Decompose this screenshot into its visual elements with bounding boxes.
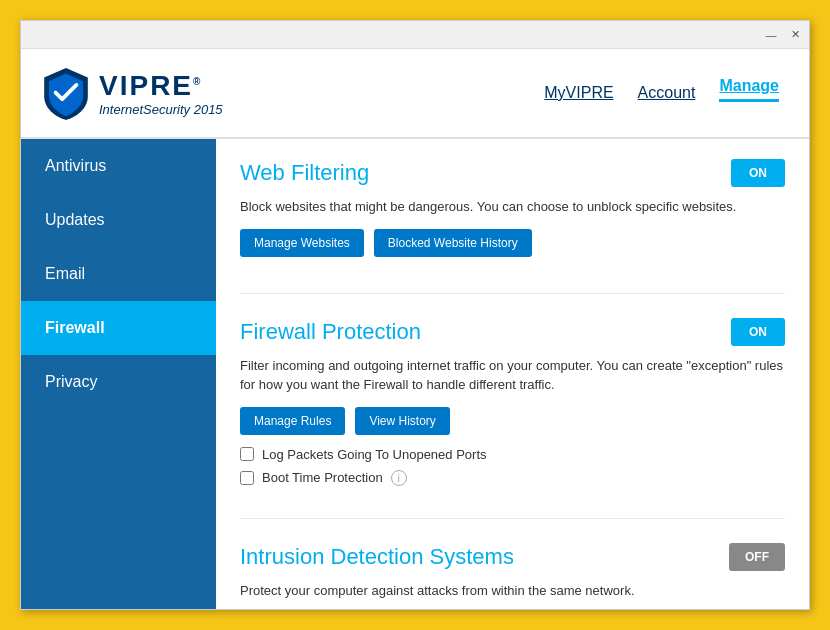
intrusion-detection-section: Intrusion Detection Systems OFF Protect … (240, 543, 785, 610)
main-body: Antivirus Updates Email Firewall Privacy… (21, 139, 809, 609)
nav-myvipre[interactable]: MyVIPRE (544, 84, 613, 102)
main-window: — ✕ VIPRE® InternetSecurity 2015 MyVIPRE (20, 20, 810, 610)
log-packets-row: Log Packets Going To Unopened Ports (240, 447, 785, 462)
minimize-button[interactable]: — (763, 27, 779, 43)
web-filtering-desc: Block websites that might be dangerous. … (240, 197, 785, 217)
log-packets-checkbox[interactable] (240, 447, 254, 461)
sidebar-item-updates[interactable]: Updates (21, 193, 216, 247)
web-filtering-title: Web Filtering (240, 160, 369, 186)
logo-area: VIPRE® InternetSecurity 2015 (41, 66, 223, 121)
boot-time-label: Boot Time Protection (262, 470, 383, 485)
firewall-protection-toggle[interactable]: ON (731, 318, 785, 346)
nav-account[interactable]: Account (638, 84, 696, 102)
sidebar-item-privacy[interactable]: Privacy (21, 355, 216, 409)
firewall-protection-header: Firewall Protection ON (240, 318, 785, 346)
log-packets-label: Log Packets Going To Unopened Ports (262, 447, 487, 462)
content-area: Web Filtering ON Block websites that mig… (216, 139, 809, 609)
manage-websites-button[interactable]: Manage Websites (240, 229, 364, 257)
web-filtering-buttons: Manage Websites Blocked Website History (240, 229, 785, 257)
intrusion-detection-title: Intrusion Detection Systems (240, 544, 514, 570)
firewall-protection-section: Firewall Protection ON Filter incoming a… (240, 318, 785, 519)
logo-subtitle: InternetSecurity 2015 (99, 102, 223, 117)
sidebar-item-email[interactable]: Email (21, 247, 216, 301)
manage-rules-button[interactable]: Manage Rules (240, 407, 345, 435)
web-filtering-section: Web Filtering ON Block websites that mig… (240, 159, 785, 294)
web-filtering-header: Web Filtering ON (240, 159, 785, 187)
header: VIPRE® InternetSecurity 2015 MyVIPRE Acc… (21, 49, 809, 139)
firewall-protection-title: Firewall Protection (240, 319, 421, 345)
sidebar-item-antivirus[interactable]: Antivirus (21, 139, 216, 193)
nav-manage[interactable]: Manage (719, 77, 779, 102)
boot-time-info-icon[interactable]: i (391, 470, 407, 486)
intrusion-detection-header: Intrusion Detection Systems OFF (240, 543, 785, 571)
intrusion-detection-toggle[interactable]: OFF (729, 543, 785, 571)
web-filtering-toggle[interactable]: ON (731, 159, 785, 187)
title-bar: — ✕ (21, 21, 809, 49)
boot-time-checkbox[interactable] (240, 471, 254, 485)
sidebar: Antivirus Updates Email Firewall Privacy (21, 139, 216, 609)
logo-shield-icon (41, 66, 91, 121)
boot-time-row: Boot Time Protection i (240, 470, 785, 486)
firewall-protection-desc: Filter incoming and outgoing internet tr… (240, 356, 785, 395)
intrusion-detection-desc: Protect your computer against attacks fr… (240, 581, 785, 601)
view-history-button[interactable]: View History (355, 407, 449, 435)
nav-links: MyVIPRE Account Manage (544, 77, 779, 110)
close-button[interactable]: ✕ (787, 27, 803, 43)
firewall-buttons: Manage Rules View History (240, 407, 785, 435)
logo-vipre-text: VIPRE® (99, 70, 223, 102)
blocked-website-history-button[interactable]: Blocked Website History (374, 229, 532, 257)
logo-text: VIPRE® InternetSecurity 2015 (99, 70, 223, 117)
sidebar-item-firewall[interactable]: Firewall (21, 301, 216, 355)
